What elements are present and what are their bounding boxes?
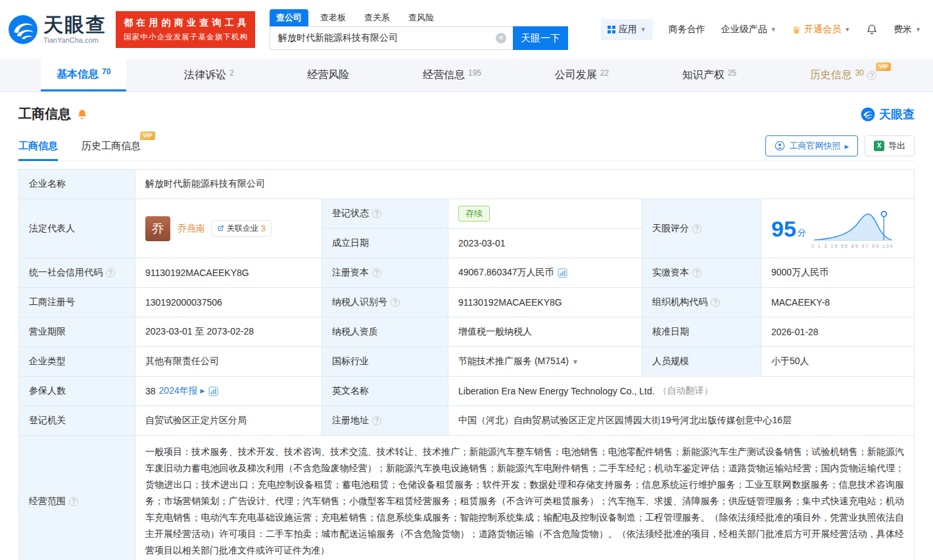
search-block: 查公司 查老板 查关系 查风险 ✕ 天眼一下 [270, 9, 568, 50]
subtab-business-info[interactable]: 工商信息 [18, 140, 58, 160]
avatar[interactable]: 乔 [145, 216, 170, 241]
person-badge-icon [775, 141, 785, 151]
clear-icon[interactable]: ✕ [496, 33, 506, 43]
field-value-legal-rep: 乔 乔燕南 关联企业 3 [135, 199, 322, 258]
tab-count: 25 [728, 68, 736, 78]
search-button[interactable]: 天眼一下 [513, 26, 568, 50]
nav-vip[interactable]: ♛ 开通会员 ▼ [792, 24, 850, 35]
export-button[interactable]: X 导出 [865, 135, 915, 156]
histogram-icon[interactable] [208, 386, 218, 396]
field-label-scope: 经营范围 [19, 436, 135, 560]
tab-basic-info[interactable]: 基本信息 70 [41, 59, 126, 91]
field-value-reg-number: 130192000037506 [135, 288, 322, 317]
tianyancha-logo-icon [861, 107, 875, 122]
help-icon[interactable] [372, 209, 381, 218]
search-tab-relation[interactable]: 查关系 [358, 9, 396, 26]
nav-notifications[interactable] [866, 24, 878, 35]
field-label-credit-code: 统一社会信用代码 [19, 258, 135, 288]
help-icon[interactable] [69, 497, 78, 506]
tab-label: 历史信息 [810, 68, 852, 82]
tab-count: 195 [468, 68, 481, 78]
tab-intellectual-property[interactable]: 知识产权 25 [667, 59, 752, 91]
score-number: 95 [771, 218, 796, 240]
tab-company-development[interactable]: 公司发展 22 [539, 59, 625, 91]
field-value-industry: 节能技术推广服务 (M7514) ▼ [448, 347, 642, 377]
nav-cooperation-label: 商务合作 [669, 24, 706, 35]
help-icon[interactable] [692, 268, 702, 277]
subtab-history-business-info[interactable]: 历史工商信息 VIP [82, 140, 141, 160]
chevron-down-icon: ▼ [915, 26, 921, 33]
top-nav: 应用 ▼ 商务合作 企业级产品 ▼ ♛ 开通会员 ▼ [601, 19, 921, 40]
logo-text: 天眼查 TianYanCha.com [43, 15, 107, 44]
score-axis-labels: 0 1 3 15 55 85 97 99 100 [811, 244, 894, 248]
legal-rep-name-link[interactable]: 乔燕南 [178, 223, 205, 235]
nav-user[interactable]: 费米 ▼ [894, 24, 921, 35]
section-header: 工商信息 天眼查 [18, 105, 915, 123]
related-companies-badge[interactable]: 关联企业 3 [211, 220, 272, 237]
help-icon[interactable] [372, 268, 381, 277]
field-label-address: 注册地址 [322, 406, 448, 436]
field-label-business-term: 营业期限 [19, 317, 135, 347]
field-label-taxpayer-quality: 纳税人资质 [322, 317, 448, 347]
field-label-company-name: 企业名称 [19, 170, 135, 199]
search-tab-company[interactable]: 查公司 [270, 9, 308, 26]
field-value-score: 95 分 0 1 3 15 55 85 97 99 100 [761, 199, 914, 258]
annual-report-link[interactable]: 2024年报 ▸ [159, 385, 205, 397]
field-label-approval-date: 核准日期 [642, 317, 761, 347]
tab-count: 22 [600, 68, 609, 78]
field-value-taxpayer-quality: 增值税一般纳税人 [448, 317, 642, 347]
arrow-right-icon: ▸ [844, 141, 849, 151]
field-label-staff-size: 人员规模 [642, 347, 761, 377]
section-watermark-logo: 天眼查 [861, 106, 915, 122]
tab-label: 经营风险 [307, 68, 349, 82]
vip-badge: VIP [140, 131, 155, 140]
related-companies-count: 3 [261, 224, 266, 233]
search-tab-boss[interactable]: 查老板 [314, 9, 352, 26]
help-icon[interactable] [391, 298, 400, 307]
field-value-reg-status: 存续 [448, 199, 642, 229]
search-tab-risk[interactable]: 查风险 [402, 9, 441, 26]
auto-translate-note: （自动翻译） [658, 385, 713, 397]
header: 天眼查 TianYanCha.com 都在用的商业查询工具 国家中小企业发展子基… [0, 0, 933, 59]
score-unit: 分 [798, 227, 806, 239]
field-value-english-name: Liberation Era New Energy Technology Co.… [448, 377, 914, 406]
subtab-row: 工商信息 历史工商信息 VIP 工商官网快照 ▸ X 导出 [18, 133, 915, 161]
field-value-credit-code: 91130192MACAEEKY8G [135, 258, 322, 288]
chevron-down-icon: ▼ [771, 26, 777, 33]
tab-history-info[interactable]: VIP 历史信息 30 [794, 59, 892, 91]
field-value-approval-date: 2026-01-28 [761, 317, 914, 347]
tab-operating-info[interactable]: 经营信息 195 [407, 59, 497, 91]
field-value-scope: 一般项目：技术服务、技术开发、技术咨询、技术交流、技术转让、技术推广；新能源汽车… [135, 436, 914, 560]
help-icon[interactable] [711, 298, 720, 307]
promo-banner-line2: 国家中小企业发展子基金旗下机构 [124, 32, 247, 42]
tab-count: 2 [229, 68, 234, 78]
tab-operating-risk[interactable]: 经营风险 [291, 59, 365, 91]
field-value-establish-date: 2023-03-01 [448, 229, 642, 258]
snapshot-button-label: 工商官网快照 [789, 140, 840, 152]
nav-enterprise[interactable]: 企业级产品 ▼ [721, 24, 777, 35]
nav-apps[interactable]: 应用 ▼ [601, 19, 653, 40]
help-icon[interactable] [867, 71, 876, 80]
status-badge: 存续 [458, 206, 490, 222]
help-icon[interactable] [372, 416, 381, 425]
main-tabbar: 基本信息 70 法律诉讼 2 经营风险 经营信息 195 公司发展 22 知识产… [0, 59, 933, 92]
field-value-staff-size: 小于50人 [761, 347, 914, 377]
histogram-icon[interactable] [558, 268, 567, 278]
help-icon[interactable] [692, 224, 702, 233]
monitor-bell-icon[interactable] [76, 108, 88, 120]
promo-banner: 都在用的商业查询工具 国家中小企业发展子基金旗下机构 [116, 11, 255, 48]
tianyancha-logo[interactable]: 天眼查 TianYanCha.com [8, 14, 107, 45]
nav-cooperation[interactable]: 商务合作 [669, 24, 706, 35]
field-value-taxpayer-id: 91130192MACAEEKY8G [448, 288, 642, 317]
help-icon[interactable] [106, 268, 115, 277]
excel-icon: X [874, 141, 884, 151]
tab-label: 法律诉讼 [184, 68, 226, 82]
tab-label: 经营信息 [423, 68, 465, 82]
official-snapshot-button[interactable]: 工商官网快照 ▸ [765, 135, 858, 156]
tab-legal[interactable]: 法律诉讼 2 [168, 59, 250, 91]
search-input[interactable] [270, 26, 513, 50]
nav-vip-label: 开通会员 [804, 24, 841, 35]
field-value-business-term: 2023-03-01 至 2073-02-28 [135, 317, 322, 347]
chevron-down-icon[interactable]: ▼ [572, 358, 579, 365]
tab-label: 知识产权 [682, 68, 725, 82]
